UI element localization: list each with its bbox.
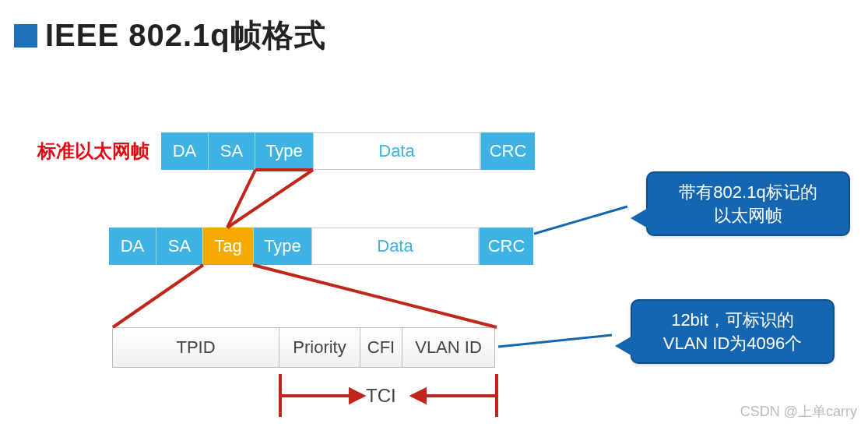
standard-ethernet-frame: DA SA Type Data CRC xyxy=(161,132,535,170)
field-vlanid: VLAN ID xyxy=(402,327,495,368)
tagged-ethernet-frame: DA SA Tag Type Data CRC xyxy=(109,228,533,265)
svg-line-0 xyxy=(227,170,255,228)
watermark: CSDN @上单carry xyxy=(740,402,857,421)
field-cfi: CFI xyxy=(360,327,402,368)
tag-field-breakdown: TPID Priority CFI VLAN ID xyxy=(112,327,495,368)
svg-line-1 xyxy=(227,170,313,228)
field-crc: CRC xyxy=(479,228,533,265)
field-crc: CRC xyxy=(480,132,535,170)
field-data: Data xyxy=(313,132,480,170)
field-tpid: TPID xyxy=(112,327,279,368)
tci-label: TCI xyxy=(366,385,396,407)
field-data: Data xyxy=(311,228,479,265)
callout-tagged-frame: 带有802.1q标记的 以太网帧 xyxy=(646,171,850,236)
svg-line-3 xyxy=(113,265,203,327)
title-bullet-icon xyxy=(14,24,37,48)
callout-line2: 以太网帧 xyxy=(714,206,782,225)
field-tag: Tag xyxy=(202,228,253,265)
svg-line-4 xyxy=(253,265,497,327)
slide-title: IEEE 802.1q帧格式 xyxy=(45,14,326,57)
slide-title-row: IEEE 802.1q帧格式 xyxy=(14,14,326,57)
callout-vlan-id: 12bit，可标识的 VLAN ID为4096个 xyxy=(631,299,835,364)
field-type: Type xyxy=(255,132,313,170)
standard-frame-label: 标准以太网帧 xyxy=(37,139,149,164)
callout-tail-icon xyxy=(615,335,634,357)
field-da: DA xyxy=(161,132,208,170)
field-type: Type xyxy=(253,228,311,265)
svg-line-12 xyxy=(498,335,612,347)
callout-tail-icon xyxy=(631,207,649,229)
field-sa: SA xyxy=(208,132,255,170)
svg-line-11 xyxy=(534,206,627,234)
svg-marker-9 xyxy=(350,390,363,402)
callout-line1: 带有802.1q标记的 xyxy=(679,182,817,202)
field-da: DA xyxy=(109,228,156,265)
field-sa: SA xyxy=(156,228,202,265)
field-priority: Priority xyxy=(279,327,360,368)
callout-line2: VLAN ID为4096个 xyxy=(663,333,803,353)
callout-line1: 12bit，可标识的 xyxy=(671,310,794,330)
svg-marker-10 xyxy=(413,390,425,402)
